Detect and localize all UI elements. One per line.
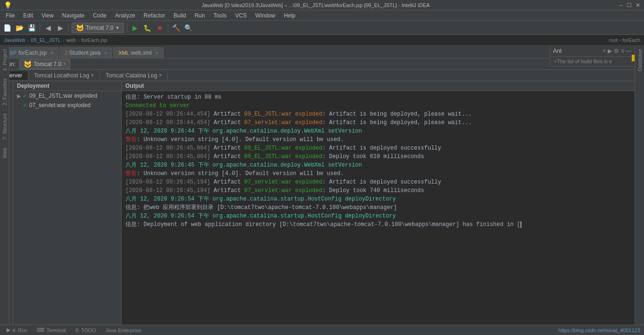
ant-settings-button[interactable]: ≡	[621, 48, 624, 54]
xml-icon: XML	[118, 50, 129, 56]
todo-status-tab[interactable]: 6: TODO	[73, 326, 99, 334]
new-file-button[interactable]: 📄	[2, 23, 12, 33]
favorites-strip-label[interactable]: 2: Favorites	[1, 75, 8, 109]
run-content-area: ■ ↺ ▶ ⬇ 📌 ↵ 🖨 🗑 Deployment ▶ ✓ 09_EL_JST…	[0, 81, 644, 325]
log-line-11: [2020-08-12 09:26:45,194] Artifact 07_se…	[125, 178, 635, 186]
build-button[interactable]: 🔨	[171, 23, 182, 33]
menu-item-file[interactable]: File	[2, 11, 18, 20]
ant-filter-button[interactable]: ⚙	[614, 48, 619, 54]
tomcat-dropdown-arrow[interactable]: ▼	[116, 25, 120, 30]
toolbar-separator-3	[127, 24, 127, 32]
forward-button[interactable]: ▶	[55, 23, 66, 33]
log-line-13: 八月 12, 2020 9:26:54 下午 org.apache.catali…	[125, 195, 635, 203]
menu-item-run[interactable]: Run	[191, 11, 209, 20]
log-line-2: Connected to server	[125, 101, 635, 110]
ant-add-button[interactable]: +	[603, 48, 606, 54]
tab-foreach-jsp[interactable]: JSP forEach.jsp ×	[2, 47, 58, 58]
tomcat-catalina-label: Tomcat Catalina Log	[106, 72, 157, 79]
menu-item-vcs[interactable]: VCS	[231, 11, 251, 20]
stop-button[interactable]: ■	[155, 23, 165, 33]
log-line-14: 信息: 把web 应用程序部署到目录 [D:\tomcat7two\apache…	[125, 203, 635, 212]
java-enterprise-tab[interactable]: Java Enterprise	[103, 326, 144, 334]
tomcat-localhost-close[interactable]: ×	[91, 73, 94, 78]
ant-run-button[interactable]: ▶	[608, 48, 612, 54]
open-button[interactable]: 📂	[14, 23, 25, 33]
menu-bar: FileEditViewNavigateCodeAnalyzeRefactorB…	[0, 10, 644, 21]
web-strip-label[interactable]: Web	[1, 144, 8, 162]
dep-item-check-2: ✓	[23, 102, 27, 109]
ant-panel: Ant + ▶ ⚙ ≡ — <The list of build files i…	[550, 45, 635, 67]
deployment-section: Deployment ▶ ✓ 09_EL_JSTL:war exploded ▶…	[13, 81, 122, 325]
editor-tabs: JSP forEach.jsp × J Student.java × XML w…	[0, 45, 644, 59]
menu-item-navigate[interactable]: Navigate	[58, 11, 88, 20]
close-button[interactable]: ✕	[636, 2, 640, 8]
tomcat-catalina-tab[interactable]: Tomcat Catalina Log ×	[100, 71, 168, 80]
dep-item-el-jstl[interactable]: ▶ ✓ 09_EL_JSTL:war exploded	[13, 91, 121, 100]
run-tomcat-tab[interactable]: 🐱 Tomcat 7.0 ×	[19, 59, 70, 69]
menu-item-help[interactable]: Help	[280, 11, 299, 20]
dep-item-name-2: 07_servlet:war exploded	[29, 102, 91, 109]
run-header-bar: Run: 🐱 Tomcat 7.0 × ⚙ —	[0, 59, 644, 70]
title-text: JavaWeb [D:\idea2019.3\JavaWeb] – ...\09…	[12, 2, 619, 8]
log-line-8: [2020-08-12 09:26:45,064] Artifact 09_EL…	[125, 152, 635, 161]
log-line-4: [2020-08-12 09:26:44,454] Artifact 07_se…	[125, 118, 635, 127]
log-line-10: 警告: Unknown version string [4.0]. Defaul…	[125, 169, 635, 178]
project-strip-label[interactable]: 1: Project	[1, 45, 8, 75]
tomcat-localhost-tab[interactable]: Tomcat Localhost Log ×	[28, 71, 100, 80]
title-bar: 💡 JavaWeb [D:\idea2019.3\JavaWeb] – ...\…	[0, 0, 644, 10]
tab-student-close[interactable]: ×	[104, 50, 107, 56]
server-tabs-row: Server Tomcat Localhost Log × Tomcat Cat…	[0, 70, 644, 81]
log-line-3: [2020-08-12 09:26:44,454] Artifact 09_EL…	[125, 110, 635, 118]
minimize-button[interactable]: –	[619, 2, 623, 8]
toolbar: 📄 📂 💾 ◀ ▶ 🐱 Tomcat 7.0 ▼ ▶ 🐛 ■ 🔨 🔍	[0, 21, 644, 35]
breadcrumb-folder: web	[66, 37, 76, 43]
tomcat-label: Tomcat 7.0	[86, 25, 114, 31]
menu-item-tools[interactable]: Tools	[210, 11, 231, 20]
status-bar: ▶ 4: Run ⌨ Terminal 6: TODO Java Enterpr…	[0, 325, 644, 335]
terminal-status-tab[interactable]: ⌨ Terminal	[34, 326, 69, 334]
menu-item-edit[interactable]: Edit	[19, 11, 37, 20]
log-line-12: [2020-08-12 09:26:45,194] Artifact 07_se…	[125, 186, 635, 195]
back-button[interactable]: ◀	[43, 23, 53, 33]
tab-foreach-close[interactable]: ×	[50, 50, 53, 56]
title-app-icon: 💡	[4, 1, 12, 9]
menu-item-code[interactable]: Code	[89, 11, 110, 20]
tab-web-xml[interactable]: XML web.xml ×	[113, 47, 163, 58]
database-strip-label[interactable]: Database	[636, 45, 644, 75]
maximize-button[interactable]: ☐	[627, 2, 632, 8]
debug-button[interactable]: 🐛	[142, 23, 153, 33]
log-line-16: 信息: Deployment of web application direct…	[125, 220, 635, 229]
toolbar-separator-1	[40, 24, 40, 32]
menu-item-build[interactable]: Build	[170, 11, 190, 20]
toolbar-separator-2	[68, 24, 69, 32]
log-line-5: 八月 12, 2020 9:26:44 下午 org.apache.catali…	[125, 127, 635, 135]
deployment-header: Deployment	[13, 81, 121, 91]
menu-item-window[interactable]: Window	[251, 11, 279, 20]
tab-foreach-label: forEach.jsp	[18, 50, 47, 56]
tomcat-run-config[interactable]: 🐱 Tomcat 7.0 ▼	[72, 23, 124, 33]
dep-item-servlet[interactable]: ▶ ✓ 07_servlet:war exploded	[13, 100, 121, 110]
tomcat-catalina-close[interactable]: ×	[159, 73, 162, 78]
log-line-9: 八月 12, 2020 9:26:45 下午 org.apache.catali…	[125, 161, 635, 169]
run-status-tab[interactable]: ▶ 4: Run	[4, 326, 30, 334]
tab-webxml-close[interactable]: ×	[156, 50, 158, 56]
tomcat-tab-icon: 🐱	[24, 60, 32, 68]
menu-item-analyze[interactable]: Analyze	[111, 11, 139, 20]
tab-student-java[interactable]: J Student.java ×	[59, 47, 112, 58]
structure-strip-label[interactable]: 7: Structure	[1, 109, 8, 144]
menu-item-view[interactable]: View	[38, 11, 58, 20]
toolbar-separator-4	[168, 24, 168, 32]
search-everywhere-button[interactable]: 🔍	[183, 23, 194, 33]
dep-item-arrow-2: ▶	[17, 102, 21, 109]
java-icon: J	[65, 50, 67, 56]
menu-item-refactor[interactable]: Refactor	[140, 11, 169, 20]
run-button[interactable]: ▶	[130, 23, 140, 33]
breadcrumb-bar: JavaWeb › 09_EL_JSTL › web › forEach.jsp…	[0, 35, 644, 45]
save-button[interactable]: 💾	[26, 23, 37, 33]
log-line-15: 八月 12, 2020 9:26:54 下午 org.apache.catali…	[125, 212, 635, 220]
output-content[interactable]: 信息: Server startup in 88 ms Connected to…	[122, 91, 638, 325]
ant-hide-button[interactable]: —	[626, 48, 632, 54]
run-tomcat-close[interactable]: ×	[63, 61, 66, 67]
ant-title: Ant	[553, 48, 561, 54]
database-strip: Database	[635, 45, 644, 325]
